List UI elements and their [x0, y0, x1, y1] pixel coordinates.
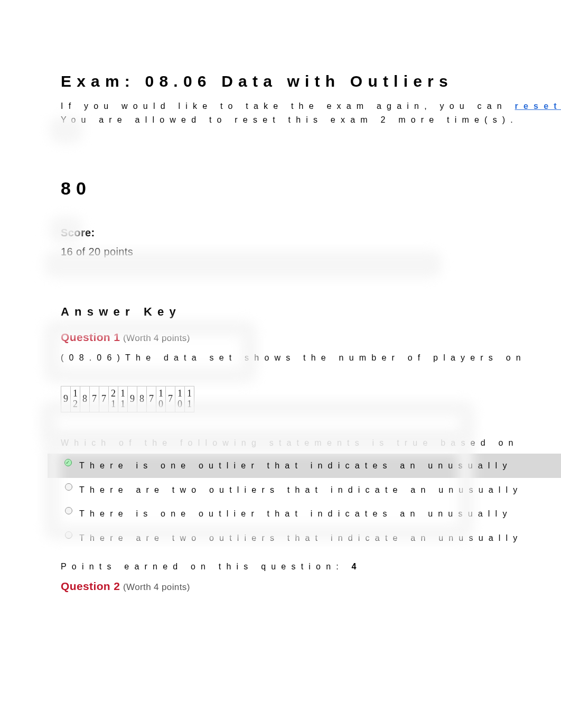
question-1-header: Question 1 (Worth 4 points)	[61, 328, 561, 346]
question-1-worth: (Worth 4 points)	[123, 333, 190, 343]
question-1-which: Which of the following statements is tru…	[61, 436, 561, 450]
question-2-header: Question 2 (Worth 4 points)	[61, 577, 561, 595]
answer-key-heading: Answer Key	[61, 302, 561, 321]
data-cell: 11	[185, 386, 194, 412]
points-label: Points earned on this question:	[61, 562, 344, 571]
score-label: Score:	[61, 224, 561, 241]
question-1-answers: There is one outlier that indicates an u…	[61, 454, 561, 550]
data-cell: 12	[71, 386, 80, 412]
data-cell: 9	[128, 386, 137, 412]
data-cell: 11	[118, 386, 128, 412]
reset-exam-link[interactable]: reset the exam now	[515, 102, 561, 110]
answer-option[interactable]: There is one outlier that indicates an u…	[48, 454, 561, 478]
radio-icon	[65, 507, 72, 514]
answer-text: There is one outlier that indicates an u…	[79, 461, 512, 470]
points-value: 4	[352, 562, 362, 571]
data-cell: 7	[147, 386, 156, 412]
question-1-prompt: (08.06)The data set shows the number of …	[61, 351, 561, 365]
answer-text: There are two outliers that indicate an …	[79, 485, 523, 494]
data-cell: 7	[99, 386, 109, 412]
page-title: Exam: 08.06 Data with Outliers	[61, 69, 561, 94]
data-cell: 21	[109, 386, 118, 412]
reset-remaining: You are allowed to reset this exam 2 mor…	[61, 113, 561, 127]
score-points: 16 of 20 points	[61, 243, 561, 260]
radio-icon	[65, 483, 72, 491]
data-cell: 8	[80, 386, 90, 412]
question-2-number: Question 2	[61, 580, 120, 592]
answer-text: There are two outliers that indicate an …	[79, 533, 523, 542]
data-cell: 9	[61, 386, 71, 412]
radio-icon	[64, 459, 72, 466]
answer-option[interactable]: There are two outliers that indicate an …	[61, 526, 561, 550]
answer-option[interactable]: There are two outliers that indicate an …	[61, 478, 561, 502]
answer-option[interactable]: There is one outlier that indicates an u…	[61, 502, 561, 526]
question-1-points-earned: Points earned on this question: 4	[61, 560, 561, 574]
reset-intro: If you would like to take the exam again…	[61, 99, 561, 113]
question-1-number: Question 1	[61, 331, 120, 343]
data-cell: 8	[137, 386, 147, 412]
data-cell: 10	[156, 386, 166, 412]
question-1-data-table: 91287721119871071011	[61, 386, 561, 412]
data-cell: 7	[90, 386, 99, 412]
data-cell: 10	[175, 386, 185, 412]
question-2-worth: (Worth 4 points)	[123, 582, 190, 592]
reset-prefix: If you would like to take the exam again…	[61, 102, 515, 110]
data-cell: 7	[166, 386, 175, 412]
radio-icon	[65, 531, 72, 539]
answer-text: There is one outlier that indicates an u…	[79, 509, 512, 518]
score-percent: 80	[61, 174, 561, 202]
